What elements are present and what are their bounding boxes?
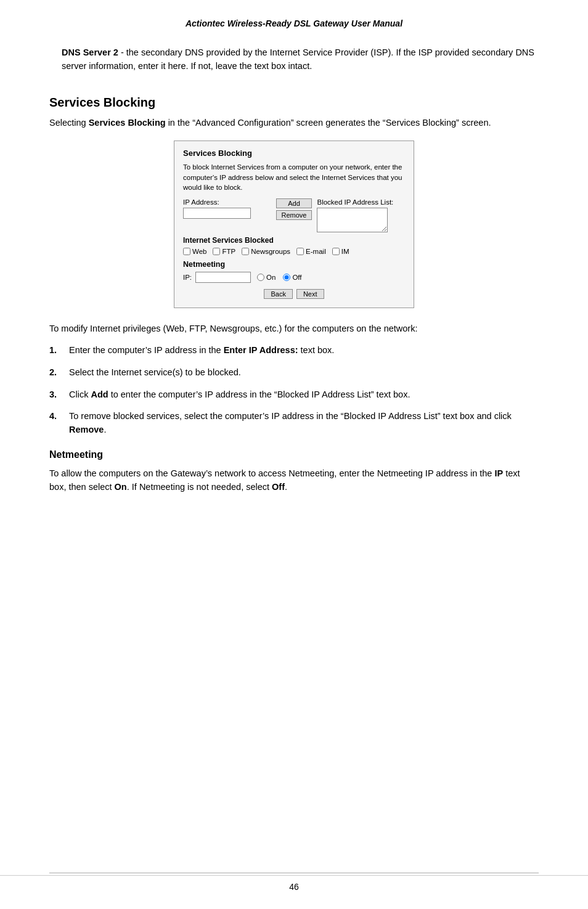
page-footer: 46 [0, 875, 588, 892]
radio-on-input[interactable] [257, 274, 264, 281]
services-blocking-bold: Services Blocking [89, 118, 166, 128]
radio-off-label: Off [292, 274, 301, 281]
services-blocking-dialog: Services Blocking To block Internet Serv… [174, 141, 414, 308]
netmeeting-body-bold-ip: IP [494, 468, 503, 478]
netmeeting-dialog-title: Netmeeting [183, 260, 405, 269]
back-button[interactable]: Back [264, 289, 292, 299]
services-blocking-intro: Selecting Services Blocking in the “Adva… [49, 116, 539, 129]
remove-button[interactable]: Remove [276, 210, 312, 220]
internet-services-title: Internet Services Blocked [183, 236, 405, 245]
radio-on[interactable]: On [257, 274, 276, 281]
step-4: 4. To remove blocked services, select th… [49, 410, 539, 437]
checkbox-im[interactable]: IM [332, 248, 349, 255]
dns-section: DNS Server 2 - the secondary DNS provide… [49, 46, 539, 73]
add-remove-buttons: Add Remove [276, 198, 312, 220]
step-1-num: 1. [49, 344, 69, 357]
checkbox-im-label: IM [341, 248, 349, 255]
netmeeting-dialog-section: Netmeeting IP: On Off [183, 260, 405, 283]
netmeeting-body-bold-off: Off [272, 482, 285, 492]
checkbox-newsgroups[interactable]: Newsgroups [242, 248, 290, 255]
netmeeting-body-bold-on: On [115, 482, 127, 492]
services-blocking-heading: Services Blocking [49, 96, 539, 110]
checkbox-ftp[interactable]: FTP [213, 248, 235, 255]
header-title-italic: Action [186, 18, 213, 28]
step-4-text: To remove blocked services, select the c… [69, 410, 539, 437]
checkboxes-row: Web FTP Newsgroups E-mail IM [183, 248, 405, 255]
netmeeting-body: To allow the computers on the Gateway’s … [49, 467, 539, 494]
step-2-num: 2. [49, 366, 69, 380]
step-3-num: 3. [49, 388, 69, 402]
radio-on-label: On [266, 274, 276, 281]
step-4-num: 4. [49, 410, 69, 423]
dialog-description: To block Internet Services from a comput… [183, 162, 405, 192]
checkbox-ftp-input[interactable] [213, 248, 220, 255]
step-3-bold: Add [91, 389, 108, 399]
checkbox-im-input[interactable] [332, 248, 340, 255]
radio-off-input[interactable] [283, 274, 290, 281]
dns-text: DNS Server 2 - the secondary DNS provide… [62, 46, 539, 73]
blocked-ip-list[interactable] [317, 208, 388, 232]
footer-rule [49, 873, 539, 873]
blocked-ip-col: Blocked IP Address List: [317, 198, 405, 232]
next-button[interactable]: Next [296, 289, 324, 299]
step-2-text: Select the Internet service(s) to be blo… [69, 366, 539, 380]
checkbox-newsgroups-input[interactable] [242, 248, 249, 255]
step-4-bold: Remove [69, 425, 104, 434]
dialog-title: Services Blocking [183, 149, 405, 158]
step-1-bold: Enter IP Address: [224, 345, 298, 355]
checkbox-ftp-label: FTP [222, 248, 235, 255]
internet-services-section: Internet Services Blocked Web FTP Newsgr… [183, 236, 405, 255]
radio-off[interactable]: Off [283, 274, 301, 281]
checkbox-email[interactable]: E-mail [296, 248, 326, 255]
blocked-ip-label: Blocked IP Address List: [317, 198, 405, 206]
netmeeting-heading: Netmeeting [49, 449, 539, 460]
dns-label: DNS Server 2 [62, 47, 118, 57]
checkbox-web[interactable]: Web [183, 248, 206, 255]
step-3: 3. Click Add to enter the computer’s IP … [49, 388, 539, 402]
steps-intro: To modify Internet privileges (Web, FTP,… [49, 322, 539, 335]
checkbox-newsgroups-label: Newsgroups [251, 248, 290, 255]
page-header: Actiontec Wireless-Ready DSL Gateway Use… [49, 18, 539, 28]
netmeeting-row: IP: On Off [183, 272, 405, 283]
netmeeting-ip-label: IP: [183, 274, 192, 281]
step-1: 1. Enter the computer’s IP address in th… [49, 344, 539, 357]
ip-address-input[interactable] [183, 208, 251, 219]
ip-address-col: IP Address: [183, 198, 271, 221]
steps-list: 1. Enter the computer’s IP address in th… [49, 344, 539, 437]
checkbox-web-input[interactable] [183, 248, 190, 255]
checkbox-web-label: Web [192, 248, 206, 255]
step-2: 2. Select the Internet service(s) to be … [49, 366, 539, 380]
step-3-text: Click Add to enter the computer’s IP add… [69, 388, 539, 402]
page: Actiontec Wireless-Ready DSL Gateway Use… [0, 0, 588, 909]
dns-body: - the secondary DNS provided by the Inte… [62, 47, 534, 71]
checkbox-email-label: E-mail [306, 248, 326, 255]
step-1-text: Enter the computer’s IP address in the E… [69, 344, 539, 357]
netmeeting-ip-input[interactable] [195, 272, 251, 283]
page-number: 46 [289, 882, 299, 892]
netmeeting-radio-group: On Off [257, 274, 301, 281]
ip-address-label: IP Address: [183, 198, 271, 206]
add-button[interactable]: Add [276, 198, 312, 208]
checkbox-email-input[interactable] [296, 248, 304, 255]
nav-buttons-row: Back Next [183, 289, 405, 299]
